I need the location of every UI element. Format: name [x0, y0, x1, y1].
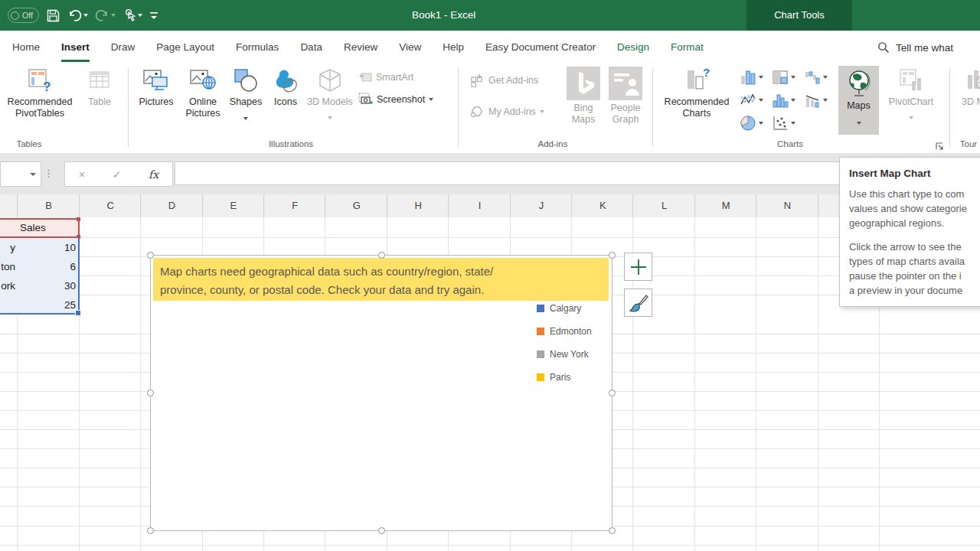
waterfall-chart-dropdown-icon[interactable] [823, 76, 828, 79]
table-row[interactable]: 25 [0, 295, 78, 315]
table-row[interactable]: ork30 [0, 276, 78, 295]
chart-resize-handle[interactable] [147, 527, 154, 534]
tab-insert[interactable]: Insert [51, 31, 100, 64]
column-header-N[interactable]: N [756, 194, 818, 217]
shapes-button[interactable]: Shapes [227, 66, 265, 125]
chart-resize-handle[interactable] [609, 252, 616, 259]
insert-scatter-chart-button[interactable] [772, 115, 795, 132]
maps-button[interactable]: Maps [838, 66, 879, 135]
table-row[interactable]: y10 [0, 238, 78, 257]
selected-data-range[interactable]: y10ton6ork3025 [0, 238, 80, 315]
name-box[interactable] [0, 161, 41, 187]
my-add-ins-dropdown-icon[interactable] [540, 110, 544, 113]
online-pictures-button[interactable]: Online Pictures [181, 66, 225, 119]
redo-button[interactable] [95, 9, 116, 22]
column-header-B[interactable]: B [18, 194, 80, 217]
bing-maps-button[interactable]: Bing Maps [564, 66, 603, 126]
insert-pie-chart-button[interactable] [740, 115, 763, 132]
tab-easy-document-creator[interactable]: Easy Document Creator [475, 31, 606, 64]
chart-resize-handle[interactable] [147, 252, 154, 259]
chart-legend[interactable]: CalgaryEdmontonNew YorkParis [537, 297, 592, 389]
tab-format[interactable]: Format [660, 31, 714, 64]
my-add-ins-button[interactable]: My Add-ins [470, 105, 544, 119]
3d-models-button[interactable]: 3D Models [306, 66, 354, 124]
column-header-I[interactable]: I [449, 194, 510, 217]
table-button[interactable]: Table [77, 66, 122, 108]
column-header-L[interactable]: L [634, 194, 695, 217]
tab-data[interactable]: Data [289, 31, 333, 64]
city-cell-fragment[interactable] [0, 295, 15, 315]
tab-home[interactable]: Home [2, 31, 51, 64]
maps-dropdown-icon[interactable] [857, 122, 861, 125]
tab-view[interactable]: View [388, 31, 432, 64]
get-add-ins-button[interactable]: Get Add-ins [470, 73, 538, 87]
chart-resize-handle[interactable] [609, 527, 616, 534]
touch-mode-dropdown-icon[interactable] [138, 14, 142, 17]
line-chart-dropdown-icon[interactable] [759, 99, 763, 102]
chart-resize-handle[interactable] [378, 527, 385, 534]
autosave-toggle[interactable]: Off [8, 8, 39, 23]
recommended-charts-button[interactable]: ? Recommended Charts [660, 66, 733, 119]
legend-item-edmonton[interactable]: Edmonton [537, 320, 592, 343]
column-header-F[interactable]: F [264, 194, 325, 217]
chart-elements-button[interactable] [624, 253, 652, 281]
screenshot-dropdown-icon[interactable] [429, 98, 433, 101]
cancel-icon[interactable]: × [79, 168, 85, 181]
sales-value-cell[interactable]: 6 [18, 257, 76, 276]
combo-chart-dropdown-icon[interactable] [823, 99, 828, 102]
legend-item-calgary[interactable]: Calgary [537, 297, 592, 320]
insert-column-chart-button[interactable] [740, 69, 763, 86]
sales-value-cell[interactable]: 10 [18, 238, 76, 257]
insert-waterfall-chart-button[interactable] [804, 69, 828, 86]
charts-dialog-launcher[interactable] [936, 140, 944, 154]
insert-combo-chart-button[interactable] [804, 92, 828, 109]
chart-resize-handle[interactable] [378, 252, 385, 259]
insert-statistic-chart-button[interactable] [772, 92, 795, 109]
pivotchart-button[interactable]: PivotChart [882, 66, 940, 124]
undo-button[interactable] [67, 9, 88, 22]
3d-map-button[interactable]: 3D Map [956, 66, 980, 108]
city-cell-fragment[interactable]: ton [0, 257, 15, 276]
hierarchy-chart-dropdown-icon[interactable] [791, 76, 795, 79]
column-header-D[interactable]: D [141, 194, 202, 217]
column-header-C[interactable]: C [80, 194, 141, 217]
name-box-dropdown-icon[interactable] [30, 173, 36, 176]
tab-review[interactable]: Review [333, 31, 388, 64]
insert-function-icon[interactable]: fx [149, 168, 158, 181]
statistic-chart-dropdown-icon[interactable] [791, 99, 795, 102]
selected-label-range[interactable]: Sales [0, 218, 80, 238]
save-button[interactable] [46, 8, 60, 23]
enter-icon[interactable]: ✓ [113, 168, 122, 181]
insert-hierarchy-chart-button[interactable] [772, 69, 795, 86]
formula-bar-drag-handle[interactable]: ⋮ [44, 161, 54, 185]
chart-resize-handle[interactable] [147, 390, 154, 396]
tab-page-layout[interactable]: Page Layout [145, 31, 225, 64]
column-header-H[interactable]: H [387, 194, 449, 217]
chart-object[interactable]: Map charts need geographical data such a… [150, 255, 612, 531]
tab-draw[interactable]: Draw [100, 31, 146, 64]
sales-header-cell[interactable]: Sales [20, 220, 46, 236]
column-header-J[interactable]: J [511, 194, 572, 217]
pivotchart-dropdown-icon[interactable] [909, 116, 913, 119]
shapes-dropdown-icon[interactable] [243, 117, 248, 120]
redo-dropdown-icon[interactable] [111, 14, 116, 17]
city-cell-fragment[interactable]: y [0, 238, 15, 257]
chart-tools-contextual-tab[interactable]: Chart Tools [746, 0, 852, 31]
tab-formulas[interactable]: Formulas [225, 31, 289, 64]
undo-dropdown-icon[interactable] [83, 14, 88, 17]
pictures-button[interactable]: Pictures [135, 66, 178, 108]
chart-resize-handle[interactable] [609, 390, 616, 396]
column-header-G[interactable]: G [326, 194, 387, 217]
column-chart-dropdown-icon[interactable] [759, 76, 763, 79]
legend-item-paris[interactable]: Paris [537, 366, 592, 389]
chart-styles-button[interactable] [624, 289, 652, 317]
pie-chart-dropdown-icon[interactable] [759, 122, 763, 125]
recommended-pivottables-button[interactable]: ? Recommended PivotTables [5, 66, 75, 119]
insert-line-chart-button[interactable] [740, 92, 763, 109]
3d-models-dropdown-icon[interactable] [328, 116, 332, 119]
sales-value-cell[interactable]: 25 [18, 295, 76, 315]
screenshot-button[interactable]: Screenshot [358, 93, 433, 106]
column-header-M[interactable]: M [695, 194, 756, 217]
sales-value-cell[interactable]: 30 [18, 276, 76, 295]
table-row[interactable]: ton6 [0, 257, 78, 276]
